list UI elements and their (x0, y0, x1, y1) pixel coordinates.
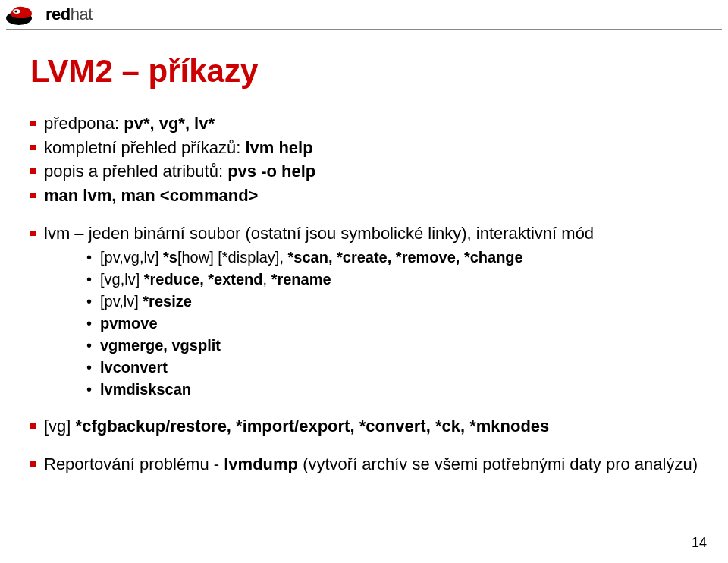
sub-item: [pv,vg,lv] *s[how] [*display], *scan, *c… (86, 247, 698, 268)
bullet-item: předpona: pv*, vg*, lv* (30, 112, 698, 135)
bullet-item: popis a přehled atributů: pvs -o help (30, 160, 698, 183)
bullet-item: man lvm, man <command> (30, 184, 698, 207)
sub-item: vgmerge, vgsplit (86, 335, 698, 356)
slide-title: LVM2 – příkazy (30, 53, 698, 90)
sub-item: lvconvert (86, 357, 698, 378)
sub-bullet-list: [pv,vg,lv] *s[how] [*display], *scan, *c… (86, 247, 698, 400)
bullet-group-1: předpona: pv*, vg*, lv* kompletní přehle… (30, 112, 698, 207)
bullet-group-3: [vg] *cfgbackup/restore, *import/export,… (30, 415, 698, 438)
bullet-item: kompletní přehled příkazů: lvm help (30, 137, 698, 159)
sub-item: pvmove (86, 313, 698, 334)
bullet-item: [vg] *cfgbackup/restore, *import/export,… (30, 415, 698, 438)
slide-body: LVM2 – příkazy předpona: pv*, vg*, lv* k… (30, 46, 698, 491)
sub-item: [pv,lv] *resize (86, 291, 698, 312)
bullet-group-4: Reportování problému - lvmdump (vytvoří … (30, 453, 698, 476)
header-divider (6, 29, 722, 30)
bullet-item: Reportování problému - lvmdump (vytvoří … (30, 453, 698, 476)
sub-item: [vg,lv] *reduce, *extend, *rename (86, 269, 698, 290)
sub-item: lvmdiskscan (86, 379, 698, 400)
bullet-group-2: lvm – jeden binární soubor (ostatní jsou… (30, 222, 698, 401)
redhat-icon (6, 3, 41, 26)
brand-text: redhat (46, 5, 93, 24)
brand-logo: redhat (6, 3, 93, 26)
bullet-item: lvm – jeden binární soubor (ostatní jsou… (30, 222, 698, 401)
page-number: 14 (692, 535, 707, 551)
svg-point-2 (14, 10, 17, 12)
